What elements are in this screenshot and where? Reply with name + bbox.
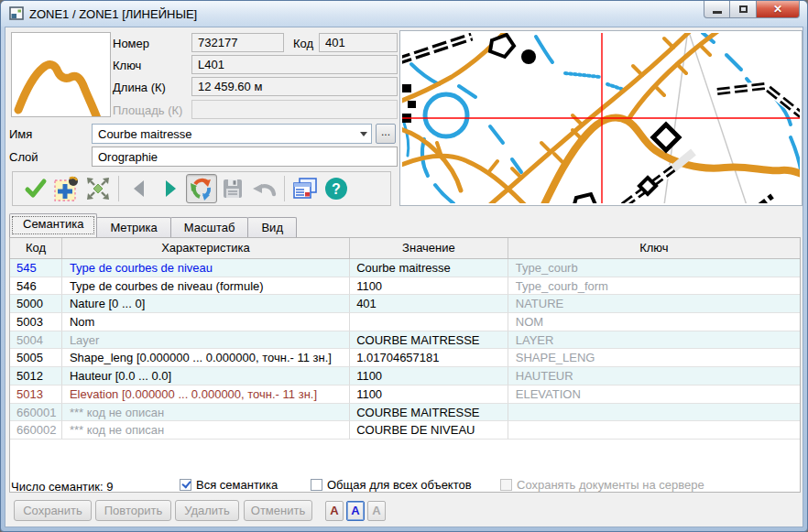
header-value[interactable]: Значение <box>350 238 508 258</box>
map-image <box>402 33 800 203</box>
cell-key: Type_courb_form <box>508 277 800 296</box>
length-field[interactable] <box>191 77 398 96</box>
tab-strip: Семантика Метрика Масштаб Вид <box>9 213 296 237</box>
table-row[interactable]: 5005Shape_leng [0.000000 ... 0.000000, т… <box>10 349 800 367</box>
key-field[interactable] <box>191 55 398 74</box>
fit-view-icon <box>85 176 111 201</box>
previous-button[interactable] <box>124 174 155 203</box>
report-icon <box>292 177 318 201</box>
layer-field[interactable] <box>92 147 398 167</box>
dialog-window: ZONE1 / ZONE1 [ЛИНЕЙНЫЕ] ✕ Номер Код Клю… <box>0 0 808 532</box>
font-size-small-button[interactable]: А <box>325 501 344 521</box>
table-row[interactable]: 546Type de courbes de niveau (formule)11… <box>10 277 800 296</box>
maximize-icon <box>739 5 748 13</box>
save-semantics-button[interactable]: Сохранить <box>14 500 92 521</box>
table-header: Код Характеристика Значение Ключ <box>10 238 800 259</box>
toolbar-separator <box>284 176 285 201</box>
cell-name: Layer <box>62 331 350 350</box>
table-row[interactable]: 660001*** код не описанCOURBE MAITRESSE <box>10 404 800 422</box>
maximize-button[interactable] <box>730 1 756 18</box>
refresh-icon <box>189 176 214 201</box>
cell-value: 1100 <box>350 367 508 385</box>
repeat-button[interactable]: Повторить <box>95 500 171 521</box>
cell-name: *** код не описан <box>62 421 350 440</box>
undo-icon <box>251 178 277 200</box>
delete-button[interactable]: Удалить <box>175 500 239 521</box>
checkbox-icon[interactable] <box>180 479 191 491</box>
checkbox-icon[interactable] <box>311 479 322 491</box>
cell-code: 5000 <box>10 295 62 313</box>
cell-name: Elevation [0.000000 ... 0.000000, точн.-… <box>62 385 350 404</box>
window-title: ZONE1 / ZONE1 [ЛИНЕЙНЫЕ] <box>29 7 197 21</box>
fit-view-button[interactable] <box>82 174 114 203</box>
minimize-icon <box>713 11 722 14</box>
cell-name: Nom <box>62 313 350 331</box>
accept-button[interactable] <box>20 174 51 203</box>
cell-name: Shape_leng [0.000000 ... 0.000000, точн.… <box>62 349 350 367</box>
add-object-button[interactable] <box>51 174 82 203</box>
cell-value: 401 <box>350 295 508 313</box>
map-preview[interactable] <box>399 30 803 206</box>
cell-code: 546 <box>10 277 62 296</box>
checkbox-common-for-all[interactable]: Общая для всех объектов <box>311 478 472 492</box>
table-row[interactable]: 5000Nature [0 ... 0]401NATURE <box>10 295 800 313</box>
cell-key: LAYER <box>508 331 800 350</box>
cell-name: Nature [0 ... 0] <box>62 295 350 313</box>
table-row[interactable]: 5012Hauteur [0.0 ... 0.0]1100HAUTEUR <box>10 367 800 385</box>
checkbox-icon <box>500 479 512 491</box>
table-row[interactable]: 545Type de courbes de niveauCourbe maitr… <box>10 259 800 277</box>
font-size-large-button[interactable]: А <box>367 501 386 521</box>
cancel-button[interactable]: Отменить <box>244 500 312 521</box>
font-size-medium-button[interactable]: А <box>346 501 365 521</box>
code-field[interactable] <box>319 33 398 52</box>
header-code[interactable]: Код <box>10 238 62 258</box>
minimize-button[interactable] <box>704 1 730 18</box>
report-button[interactable] <box>289 174 321 203</box>
object-preview-image <box>12 33 110 116</box>
table-row[interactable]: 660002*** код не описанCOURBE DE NIVEAU <box>10 421 800 440</box>
chevron-down-icon[interactable] <box>355 125 371 143</box>
area-label: Площадь (К) <box>113 103 182 117</box>
cell-name: Type de courbes de niveau <box>62 259 350 277</box>
next-button[interactable] <box>155 174 186 203</box>
cell-value: COURBE MAITRESSE <box>350 404 508 422</box>
number-field[interactable] <box>191 33 284 52</box>
tab-view[interactable]: Вид <box>247 217 297 237</box>
table-row[interactable]: 5004LayerCOURBE MAITRESSELAYER <box>10 331 800 350</box>
browse-button[interactable]: ... <box>376 124 396 144</box>
header-key[interactable]: Ключ <box>508 238 800 258</box>
layer-label: Слой <box>9 150 38 164</box>
toolbar-separator <box>118 176 119 201</box>
close-button[interactable]: ✕ <box>756 1 800 18</box>
cell-code: 5004 <box>10 331 62 350</box>
area-field <box>191 100 398 119</box>
checkbox-all-semantics[interactable]: Вся семантика <box>180 478 278 492</box>
previous-icon <box>129 179 149 199</box>
toolbar: ? <box>12 171 391 206</box>
help-button[interactable]: ? <box>321 174 352 203</box>
name-label: Имя <box>9 127 32 141</box>
save-button[interactable] <box>217 174 248 203</box>
tab-metrics[interactable]: Метрика <box>96 217 170 237</box>
length-label: Длина (К) <box>113 81 166 94</box>
header-name[interactable]: Характеристика <box>62 238 350 258</box>
semantics-table: Код Характеристика Значение Ключ 545Type… <box>9 237 801 493</box>
tab-semantics[interactable]: Семантика <box>9 213 97 237</box>
cell-code: 5003 <box>10 313 62 331</box>
cell-value: Courbe maitresse <box>350 259 508 277</box>
semantics-count: Число семантик: 9 <box>11 480 113 494</box>
cell-key <box>508 421 800 440</box>
table-row[interactable]: 5013Elevation [0.000000 ... 0.000000, то… <box>10 385 800 404</box>
number-label: Номер <box>113 37 149 50</box>
name-combobox[interactable]: Courbe maitresse <box>92 124 372 144</box>
undo-button[interactable] <box>248 174 279 203</box>
table-row[interactable]: 5003NomNOM <box>10 313 800 331</box>
cell-value: COURBE MAITRESSE <box>350 331 508 350</box>
cell-value <box>350 313 508 331</box>
title-bar[interactable]: ZONE1 / ZONE1 [ЛИНЕЙНЫЕ] ✕ <box>1 1 807 27</box>
app-icon <box>9 6 24 21</box>
cell-code: 5005 <box>10 349 62 367</box>
refresh-button[interactable] <box>186 174 217 203</box>
tab-scale[interactable]: Масштаб <box>170 217 249 237</box>
cell-key <box>508 404 800 422</box>
